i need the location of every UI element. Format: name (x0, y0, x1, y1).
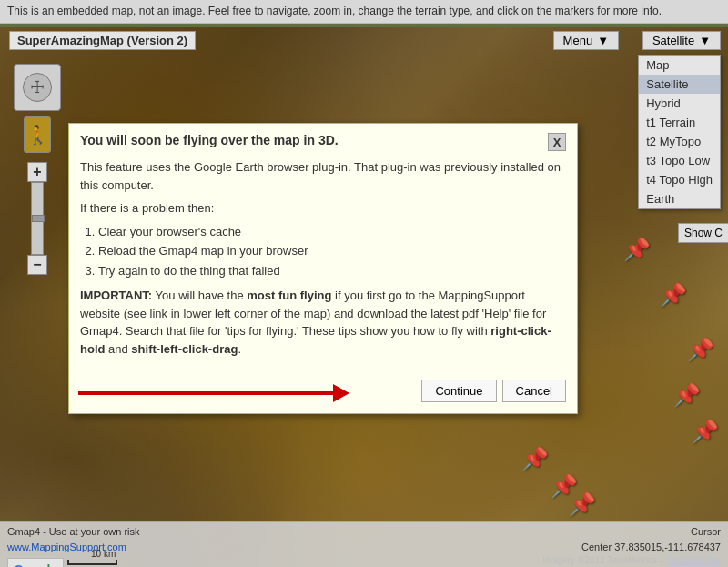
modal-problem: If there is a problem then: (80, 199, 566, 218)
modal-title: You will soon be flying over the map in … (80, 133, 339, 147)
shift-click-text: shift-left-click-drag (131, 342, 238, 356)
important-label: IMPORTANT: (80, 289, 152, 302)
modal-important: IMPORTANT: You will have the most fun fl… (80, 287, 566, 358)
modal-overlay: You will soon be flying over the map in … (0, 0, 728, 567)
modal-header: You will soon be flying over the map in … (69, 124, 577, 151)
modal-step-2: Reload the Gmap4 map in your browser (98, 242, 566, 260)
most-fun-flying: most fun flying (247, 289, 331, 302)
cancel-button[interactable]: Cancel (502, 380, 566, 402)
arrow-head-icon (333, 384, 349, 402)
modal-body: This feature uses the Google Earth brows… (69, 151, 577, 372)
modal-footer: Continue Cancel (69, 372, 577, 413)
modal-step-1: Clear your browser's cache (98, 223, 566, 241)
modal-para1: This feature uses the Google Earth brows… (80, 158, 566, 194)
modal-close-button[interactable]: X (548, 133, 566, 151)
arrow-decoration (78, 384, 349, 402)
arrow-line (78, 391, 333, 395)
modal-steps: Clear your browser's cache Reload the Gm… (98, 223, 566, 280)
modal-dialog: You will soon be flying over the map in … (68, 123, 578, 414)
modal-step-3: Try again to do the thing that failed (98, 262, 566, 280)
continue-button[interactable]: Continue (421, 380, 496, 402)
